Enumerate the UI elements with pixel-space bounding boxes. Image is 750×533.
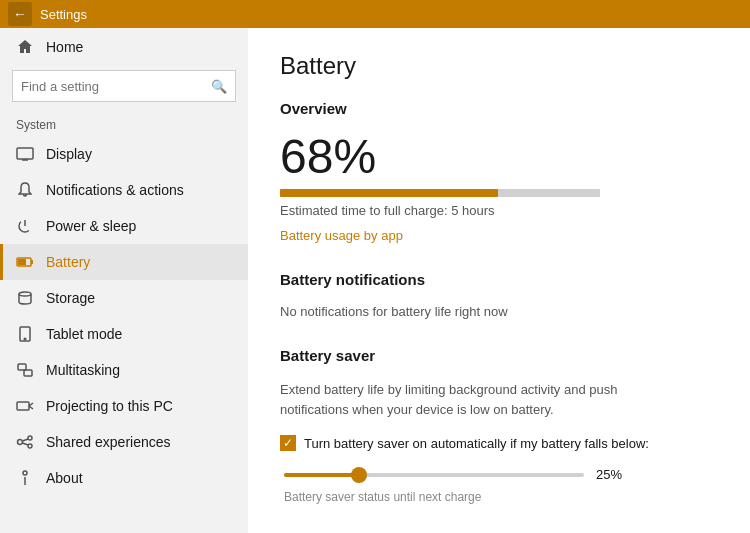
main-layout: Home 🔍 System Display [0,28,750,533]
notifications-text: Notifications & actions [46,182,184,198]
sidebar-item-storage[interactable]: Storage [0,280,248,316]
slider-value-label: 25% [596,467,631,482]
svg-line-19 [23,439,29,441]
charge-estimate: Estimated time to full charge: 5 hours [280,203,718,218]
sidebar-item-about[interactable]: About [0,460,248,496]
svg-point-21 [23,471,27,475]
projecting-label: Projecting to this PC [46,398,173,414]
sidebar-item-power[interactable]: Power & sleep [0,208,248,244]
svg-rect-13 [17,402,29,410]
battery-saver-checkbox[interactable]: ✓ [280,435,296,451]
storage-label: Storage [46,290,95,306]
overview-heading: Overview [280,100,718,117]
about-icon [16,469,34,487]
svg-rect-7 [18,259,26,265]
checkmark-icon: ✓ [283,437,293,449]
shared-icon [16,433,34,451]
projecting-icon [16,397,34,415]
sidebar: Home 🔍 System Display [0,28,248,533]
saver-description: Extend battery life by limiting backgrou… [280,380,660,419]
shared-label: Shared experiences [46,434,171,450]
storage-icon [16,289,34,307]
sidebar-item-battery[interactable]: Battery [0,244,248,280]
battery-percentage: 68% [280,133,718,181]
sidebar-item-display[interactable]: Display [0,136,248,172]
power-label: Power & sleep [46,218,136,234]
sidebar-item-projecting[interactable]: Projecting to this PC [0,388,248,424]
tablet-icon [16,325,34,343]
battery-saver-section: Battery saver Extend battery life by lim… [280,347,718,504]
search-icon: 🔍 [211,79,227,94]
display-icon [16,145,34,163]
tablet-label: Tablet mode [46,326,122,342]
battery-progress-bar [280,189,600,197]
search-input[interactable] [21,79,211,94]
content-area: Battery Overview 68% Estimated time to f… [248,28,750,533]
system-section-label: System [0,110,248,136]
svg-line-20 [23,443,29,445]
slider-thumb[interactable] [351,467,367,483]
svg-point-8 [19,292,31,296]
battery-label: Battery [46,254,90,270]
svg-point-18 [28,444,32,448]
battery-saver-slider[interactable] [284,473,584,477]
svg-point-17 [28,436,32,440]
about-label: About [46,470,83,486]
svg-point-16 [18,440,23,445]
no-notifications-text: No notifications for battery life right … [280,304,718,319]
sidebar-item-multitasking[interactable]: Multitasking [0,352,248,388]
slider-fill [284,473,359,477]
notifications-icon [16,181,34,199]
battery-saver-slider-row: 25% [280,467,718,482]
back-icon: ← [13,6,27,22]
svg-rect-0 [17,148,33,159]
sidebar-home-label: Home [46,39,83,55]
svg-rect-6 [31,260,33,264]
battery-saver-checkbox-row: ✓ Turn battery saver on automatically if… [280,435,718,451]
power-icon [16,217,34,235]
battery-usage-link[interactable]: Battery usage by app [280,228,403,243]
sidebar-item-home[interactable]: Home [0,28,248,66]
sidebar-item-tablet[interactable]: Tablet mode [0,316,248,352]
sidebar-item-notifications[interactable]: Overview Notifications & actions [0,172,248,208]
svg-point-10 [24,338,26,340]
back-button[interactable]: ← [8,2,32,26]
battery-progress-fill [280,189,498,197]
title-bar: ← Settings [0,0,750,28]
multitasking-icon [16,361,34,379]
svg-rect-11 [18,364,26,370]
multitasking-label: Multitasking [46,362,120,378]
search-box[interactable]: 🔍 [12,70,236,102]
page-title: Battery [280,52,718,80]
sidebar-item-shared[interactable]: Shared experiences [0,424,248,460]
home-icon [16,38,34,56]
battery-saver-checkbox-label: Turn battery saver on automatically if m… [304,436,649,451]
battery-icon [16,253,34,271]
battery-saver-heading: Battery saver [280,347,718,364]
title-bar-title: Settings [40,7,87,22]
notifications-heading: Battery notifications [280,271,718,288]
svg-rect-12 [24,370,32,376]
battery-saver-status: Battery saver status until next charge [280,490,718,504]
display-label: Display [46,146,92,162]
